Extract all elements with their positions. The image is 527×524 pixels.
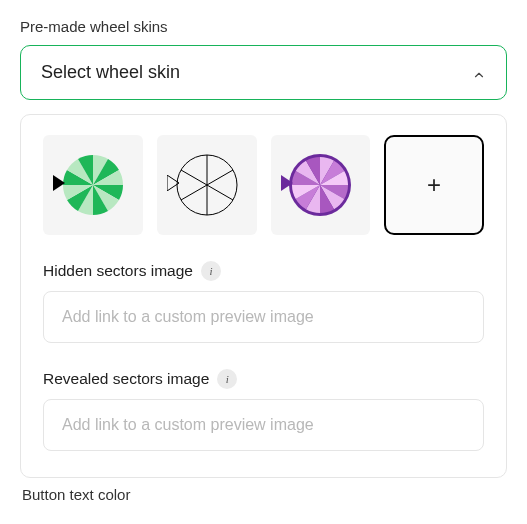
revealed-sectors-label-text: Revealed sectors image xyxy=(43,370,209,388)
pointer-icon xyxy=(167,175,181,195)
skin-tiles-row: + xyxy=(43,135,484,235)
skin-tile-add[interactable]: + xyxy=(384,135,484,235)
button-text-color-label: Button text color xyxy=(22,486,507,503)
plus-icon: + xyxy=(427,171,441,199)
pointer-icon xyxy=(53,175,67,195)
info-icon[interactable]: i xyxy=(201,261,221,281)
info-icon[interactable]: i xyxy=(217,369,237,389)
section-label: Pre-made wheel skins xyxy=(20,18,507,35)
skin-tile-outline[interactable] xyxy=(157,135,257,235)
wheel-skin-panel: + Hidden sectors image i Revealed sector… xyxy=(20,114,507,478)
hidden-sectors-input[interactable] xyxy=(43,291,484,343)
hidden-sectors-label-text: Hidden sectors image xyxy=(43,262,193,280)
svg-marker-7 xyxy=(281,175,293,191)
green-wheel-icon xyxy=(58,150,128,220)
pointer-icon xyxy=(281,175,295,195)
revealed-sectors-input[interactable] xyxy=(43,399,484,451)
chevron-up-icon xyxy=(472,66,486,80)
purple-wheel-icon xyxy=(285,150,355,220)
svg-marker-5 xyxy=(167,175,179,191)
wheel-skin-select-label: Select wheel skin xyxy=(41,62,180,83)
revealed-sectors-label: Revealed sectors image i xyxy=(43,369,484,389)
hidden-sectors-label: Hidden sectors image i xyxy=(43,261,484,281)
skin-tile-purple[interactable] xyxy=(271,135,371,235)
skin-tile-green[interactable] xyxy=(43,135,143,235)
svg-marker-0 xyxy=(53,175,65,191)
outline-wheel-icon xyxy=(172,150,242,220)
wheel-skin-select[interactable]: Select wheel skin xyxy=(20,45,507,100)
